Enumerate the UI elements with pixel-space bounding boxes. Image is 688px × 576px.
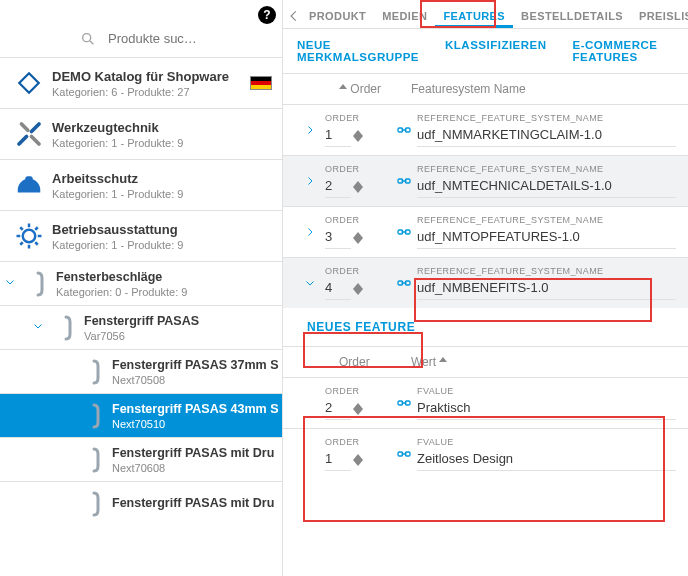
svg-marker-2 (19, 73, 39, 93)
feature-name[interactable]: udf_NMBENEFITS-1.0 (417, 278, 676, 300)
category-item[interactable]: BetriebsausstattungKategorien: 1 - Produ… (0, 210, 282, 261)
tab-medien[interactable]: MEDIEN (374, 4, 435, 28)
category-title: Arbeitsschutz (52, 171, 272, 186)
order-input[interactable]: 2 (325, 176, 351, 198)
tree-title: Fenstergriff PASAS 37mm S (112, 358, 282, 372)
feature-value[interactable]: Praktisch (417, 398, 676, 420)
header-name[interactable]: Featuresystem Name (411, 82, 676, 96)
stepper-icon[interactable] (353, 130, 363, 142)
feature-header-row: Order Featuresystem Name (283, 73, 688, 104)
chevron-right-icon[interactable] (295, 175, 325, 187)
chevron-right-icon[interactable] (295, 124, 325, 136)
order-input[interactable]: 4 (325, 278, 351, 300)
chevron-right-icon[interactable] (295, 226, 325, 238)
stepper-icon[interactable] (353, 283, 363, 295)
link-icon[interactable] (391, 224, 417, 240)
ref-label: REFERENCE_FEATURE_SYSTEM_NAME (417, 164, 676, 174)
chevron-down-icon[interactable] (0, 276, 20, 291)
tree-item[interactable]: Fenstergriff PASAS 43mm SNext70510 (0, 393, 282, 437)
tree-item[interactable]: Fenstergriff PASAS mit Dru (0, 481, 282, 525)
handle-icon (54, 312, 78, 344)
ref-label: REFERENCE_FEATURE_SYSTEM_NAME (417, 266, 676, 276)
order-input[interactable]: 1 (325, 125, 351, 147)
help-icon[interactable]: ? (258, 6, 276, 24)
svg-marker-25 (353, 238, 363, 244)
value-header-order[interactable]: Order (339, 355, 411, 369)
feature-value-row: ORDER1FVALUEZeitloses Design (283, 428, 688, 479)
order-input[interactable]: 3 (325, 227, 351, 249)
handle-icon (82, 444, 106, 476)
chevron-down-icon[interactable] (295, 277, 325, 289)
link-icon[interactable] (391, 275, 417, 291)
category-title: Betriebsausstattung (52, 222, 272, 237)
search-icon (80, 31, 96, 47)
tree-item[interactable]: Fenstergriff PASAS mit DruNext70608 (0, 437, 282, 481)
category-item[interactable]: WerkzeugtechnikKategorien: 1 - Produkte:… (0, 108, 282, 159)
order-label: ORDER (325, 113, 391, 123)
tree-subtitle: Kategorien: 0 - Produkte: 9 (56, 286, 282, 298)
category-subtitle: Kategorien: 1 - Produkte: 9 (52, 188, 272, 200)
tab-bar: PRODUKTMEDIENFEATURESBESTELLDETAILSPREIS… (283, 0, 688, 29)
tab-underline (435, 25, 513, 28)
svg-line-10 (35, 242, 38, 245)
subnav-item[interactable]: KLASSIFIZIEREN (445, 39, 547, 63)
stepper-icon[interactable] (353, 403, 363, 415)
link-icon[interactable] (391, 446, 417, 462)
tree-item[interactable]: Fenstergriff PASASVar7056 (0, 305, 282, 349)
header-order[interactable]: Order (350, 82, 381, 96)
tree-subtitle: Next70608 (112, 462, 282, 474)
subnav: NEUE MERKMALSGRUPPEKLASSIFIZIERENE-COMME… (283, 29, 688, 73)
order-label: ORDER (325, 266, 391, 276)
order-input[interactable]: 1 (325, 449, 351, 471)
feature-name[interactable]: udf_NMMARKETINGCLAIM-1.0 (417, 125, 676, 147)
sort-asc-icon[interactable] (439, 357, 447, 367)
svg-line-1 (90, 41, 93, 44)
tree-subtitle: Next70510 (112, 418, 282, 430)
chevron-down-icon[interactable] (28, 320, 48, 335)
catalog-subtitle: Kategorien: 6 - Produkte: 27 (52, 86, 250, 98)
svg-marker-30 (353, 289, 363, 295)
feature-group-row: ORDER1REFERENCE_FEATURE_SYSTEM_NAMEudf_N… (283, 104, 688, 155)
tree-item[interactable]: FensterbeschlägeKategorien: 0 - Produkte… (0, 261, 282, 305)
feature-value[interactable]: Zeitloses Design (417, 449, 676, 471)
new-feature-button[interactable]: NEUES FEATURE (291, 308, 431, 346)
link-icon[interactable] (391, 173, 417, 189)
svg-marker-20 (353, 187, 363, 193)
order-label: ORDER (325, 215, 391, 225)
tab-produkt[interactable]: PRODUKT (301, 4, 374, 28)
order-label: ORDER (325, 437, 391, 447)
feature-name[interactable]: udf_NMTOPFEATURES-1.0 (417, 227, 676, 249)
handle-icon (82, 488, 106, 520)
stepper-icon[interactable] (353, 232, 363, 244)
subnav-item[interactable]: NEUE MERKMALSGRUPPE (297, 39, 419, 63)
category-subtitle: Kategorien: 1 - Produkte: 9 (52, 137, 272, 149)
search-input[interactable] (106, 30, 226, 47)
sort-asc-icon[interactable] (339, 84, 347, 94)
tab-preislisten[interactable]: PREISLISTEN (631, 4, 688, 28)
svg-line-12 (35, 227, 38, 230)
catalog-header[interactable]: DEMO Katalog für Shopware Kategorien: 6 … (0, 57, 282, 108)
handle-icon (82, 400, 106, 432)
feature-name[interactable]: udf_NMTECHNICALDETAILS-1.0 (417, 176, 676, 198)
catalog-title: DEMO Katalog für Shopware (52, 69, 250, 84)
feature-value-row: ORDER2FVALUEPraktisch (283, 377, 688, 428)
stepper-icon[interactable] (353, 454, 363, 466)
order-input[interactable]: 2 (325, 398, 351, 420)
flag-de-icon (250, 76, 272, 90)
link-icon[interactable] (391, 395, 417, 411)
ref-label: REFERENCE_FEATURE_SYSTEM_NAME (417, 113, 676, 123)
svg-marker-36 (353, 409, 363, 415)
order-label: ORDER (325, 386, 391, 396)
svg-point-4 (23, 230, 36, 243)
subnav-item[interactable]: E-COMMERCE FEATURES (573, 39, 674, 63)
category-title: Werkzeugtechnik (52, 120, 272, 135)
svg-point-0 (83, 33, 91, 41)
value-header-wert[interactable]: Wert (411, 355, 436, 369)
tab-bestelldetails[interactable]: BESTELLDETAILS (513, 4, 631, 28)
category-item[interactable]: ArbeitsschutzKategorien: 1 - Produkte: 9 (0, 159, 282, 210)
stepper-icon[interactable] (353, 181, 363, 193)
tabs-back-button[interactable] (287, 9, 301, 23)
link-icon[interactable] (391, 122, 417, 138)
order-label: ORDER (325, 164, 391, 174)
tree-item[interactable]: Fenstergriff PASAS 37mm SNext70508 (0, 349, 282, 393)
